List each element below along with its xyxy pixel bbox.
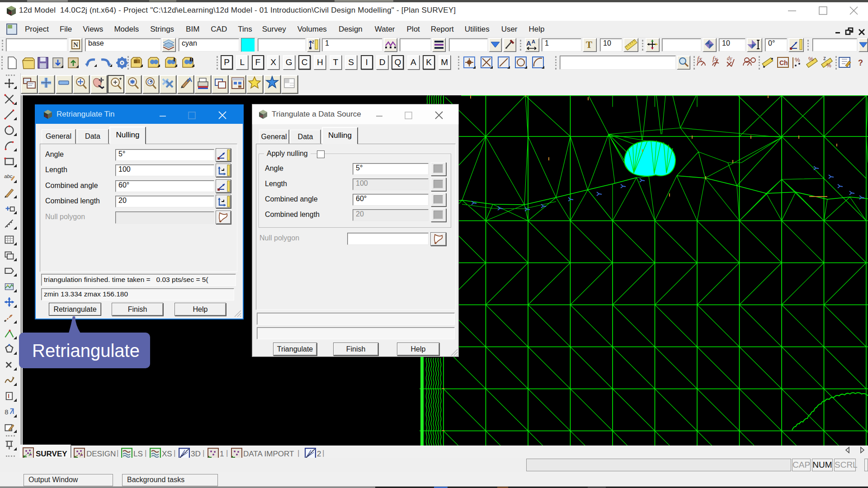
- svg-text:A: A: [532, 39, 535, 44]
- svg-text:abc: abc: [4, 174, 13, 179]
- svg-text:12: 12: [8, 11, 12, 14]
- svg-text:%: %: [795, 56, 800, 63]
- svg-text:8: 8: [5, 408, 8, 416]
- svg-text:12: 12: [260, 115, 263, 117]
- svg-text:Ch: Ch: [779, 59, 788, 66]
- svg-text:I: I: [8, 393, 9, 399]
- svg-text:dy: dy: [727, 55, 732, 61]
- svg-text:T: T: [586, 39, 592, 50]
- svg-text:A: A: [526, 39, 531, 47]
- svg-text:Retriangulate: Retriangulate: [32, 341, 140, 361]
- svg-text:%: %: [826, 62, 831, 69]
- svg-text:%: %: [808, 56, 814, 62]
- svg-text:N: N: [73, 41, 78, 48]
- svg-text:z: z: [823, 55, 826, 61]
- svg-text:12: 12: [45, 115, 48, 117]
- svg-text:?: ?: [858, 58, 863, 67]
- svg-text:z: z: [312, 39, 314, 44]
